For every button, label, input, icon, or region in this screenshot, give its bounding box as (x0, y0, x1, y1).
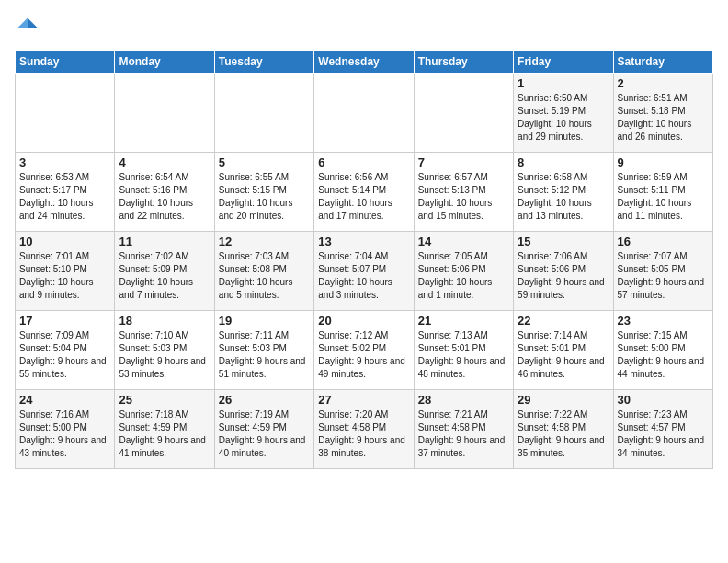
day-number: 8 (518, 155, 609, 169)
day-cell-11: 11Sunrise: 7:02 AM Sunset: 5:09 PM Dayli… (115, 232, 214, 311)
day-cell-16: 16Sunrise: 7:07 AM Sunset: 5:05 PM Dayli… (613, 232, 712, 311)
day-number: 15 (518, 235, 609, 248)
day-info: Sunrise: 7:18 AM Sunset: 4:59 PM Dayligh… (119, 408, 210, 460)
day-info: Sunrise: 6:50 AM Sunset: 5:19 PM Dayligh… (518, 92, 609, 144)
day-cell-18: 18Sunrise: 7:10 AM Sunset: 5:03 PM Dayli… (115, 311, 214, 390)
day-number: 16 (618, 235, 709, 248)
day-cell-1: 1Sunrise: 6:50 AM Sunset: 5:19 PM Daylig… (514, 74, 613, 153)
day-cell-13: 13Sunrise: 7:04 AM Sunset: 5:07 PM Dayli… (314, 232, 414, 311)
day-cell-empty (214, 74, 313, 153)
day-cell-21: 21Sunrise: 7:13 AM Sunset: 5:01 PM Dayli… (414, 311, 513, 390)
day-info: Sunrise: 7:02 AM Sunset: 5:09 PM Dayligh… (119, 250, 210, 302)
weekday-header-row: SundayMondayTuesdayWednesdayThursdayFrid… (16, 51, 713, 74)
day-info: Sunrise: 7:22 AM Sunset: 4:58 PM Dayligh… (518, 408, 609, 460)
day-number: 21 (418, 314, 509, 327)
day-number: 1 (518, 76, 609, 90)
weekday-header-sunday: Sunday (16, 51, 115, 74)
day-number: 14 (418, 235, 509, 248)
day-cell-empty (414, 74, 513, 153)
day-cell-26: 26Sunrise: 7:19 AM Sunset: 4:59 PM Dayli… (214, 390, 313, 469)
day-number: 26 (219, 393, 310, 407)
week-row-0: 1Sunrise: 6:50 AM Sunset: 5:19 PM Daylig… (16, 74, 713, 153)
day-number: 11 (119, 235, 210, 248)
weekday-header-wednesday: Wednesday (314, 51, 414, 74)
day-number: 4 (119, 155, 210, 169)
weekday-header-thursday: Thursday (414, 51, 513, 74)
day-info: Sunrise: 7:19 AM Sunset: 4:59 PM Dayligh… (219, 408, 310, 460)
day-info: Sunrise: 7:01 AM Sunset: 5:10 PM Dayligh… (19, 250, 110, 302)
day-cell-6: 6Sunrise: 6:56 AM Sunset: 5:14 PM Daylig… (314, 153, 414, 232)
day-cell-9: 9Sunrise: 6:59 AM Sunset: 5:11 PM Daylig… (613, 153, 712, 232)
day-info: Sunrise: 7:03 AM Sunset: 5:08 PM Dayligh… (219, 250, 310, 302)
day-number: 24 (19, 393, 110, 407)
day-cell-5: 5Sunrise: 6:55 AM Sunset: 5:15 PM Daylig… (214, 153, 313, 232)
day-cell-empty (16, 74, 115, 153)
day-info: Sunrise: 6:53 AM Sunset: 5:17 PM Dayligh… (19, 171, 110, 223)
day-info: Sunrise: 7:04 AM Sunset: 5:07 PM Dayligh… (318, 250, 409, 302)
day-cell-27: 27Sunrise: 7:20 AM Sunset: 4:58 PM Dayli… (314, 390, 414, 469)
header (15, 15, 713, 40)
day-info: Sunrise: 6:55 AM Sunset: 5:15 PM Dayligh… (219, 171, 310, 223)
day-number: 17 (19, 314, 110, 327)
day-number: 12 (219, 235, 310, 248)
svg-marker-1 (18, 18, 28, 29)
day-info: Sunrise: 6:51 AM Sunset: 5:18 PM Dayligh… (618, 92, 709, 144)
day-cell-25: 25Sunrise: 7:18 AM Sunset: 4:59 PM Dayli… (115, 390, 214, 469)
day-number: 13 (318, 235, 409, 248)
day-cell-17: 17Sunrise: 7:09 AM Sunset: 5:04 PM Dayli… (16, 311, 115, 390)
day-cell-empty (314, 74, 414, 153)
day-info: Sunrise: 7:23 AM Sunset: 4:57 PM Dayligh… (618, 408, 709, 460)
day-info: Sunrise: 7:13 AM Sunset: 5:01 PM Dayligh… (418, 329, 509, 381)
day-number: 20 (318, 314, 409, 327)
day-cell-29: 29Sunrise: 7:22 AM Sunset: 4:58 PM Dayli… (514, 390, 613, 469)
day-info: Sunrise: 7:14 AM Sunset: 5:01 PM Dayligh… (518, 329, 609, 381)
day-number: 2 (618, 76, 709, 90)
day-info: Sunrise: 7:16 AM Sunset: 5:00 PM Dayligh… (19, 408, 110, 460)
weekday-header-tuesday: Tuesday (214, 51, 313, 74)
day-info: Sunrise: 6:56 AM Sunset: 5:14 PM Dayligh… (318, 171, 409, 223)
day-cell-12: 12Sunrise: 7:03 AM Sunset: 5:08 PM Dayli… (214, 232, 313, 311)
day-info: Sunrise: 6:54 AM Sunset: 5:16 PM Dayligh… (119, 171, 210, 223)
day-info: Sunrise: 7:10 AM Sunset: 5:03 PM Dayligh… (119, 329, 210, 381)
day-info: Sunrise: 7:21 AM Sunset: 4:58 PM Dayligh… (418, 408, 509, 460)
day-number: 18 (119, 314, 210, 327)
day-number: 23 (618, 314, 709, 327)
day-number: 27 (318, 393, 409, 407)
svg-marker-0 (28, 18, 38, 29)
day-cell-15: 15Sunrise: 7:06 AM Sunset: 5:06 PM Dayli… (514, 232, 613, 311)
week-row-1: 3Sunrise: 6:53 AM Sunset: 5:17 PM Daylig… (16, 153, 713, 232)
day-info: Sunrise: 6:58 AM Sunset: 5:12 PM Dayligh… (518, 171, 609, 223)
day-info: Sunrise: 7:20 AM Sunset: 4:58 PM Dayligh… (318, 408, 409, 460)
day-number: 25 (119, 393, 210, 407)
week-row-2: 10Sunrise: 7:01 AM Sunset: 5:10 PM Dayli… (16, 232, 713, 311)
day-cell-20: 20Sunrise: 7:12 AM Sunset: 5:02 PM Dayli… (314, 311, 414, 390)
weekday-header-saturday: Saturday (613, 51, 712, 74)
day-number: 3 (19, 155, 110, 169)
day-info: Sunrise: 7:06 AM Sunset: 5:06 PM Dayligh… (518, 250, 609, 302)
day-info: Sunrise: 7:15 AM Sunset: 5:00 PM Dayligh… (618, 329, 709, 381)
week-row-3: 17Sunrise: 7:09 AM Sunset: 5:04 PM Dayli… (16, 311, 713, 390)
day-info: Sunrise: 7:07 AM Sunset: 5:05 PM Dayligh… (618, 250, 709, 302)
day-cell-30: 30Sunrise: 7:23 AM Sunset: 4:57 PM Dayli… (613, 390, 712, 469)
day-number: 9 (618, 155, 709, 169)
day-cell-24: 24Sunrise: 7:16 AM Sunset: 5:00 PM Dayli… (16, 390, 115, 469)
day-cell-28: 28Sunrise: 7:21 AM Sunset: 4:58 PM Dayli… (414, 390, 513, 469)
day-cell-23: 23Sunrise: 7:15 AM Sunset: 5:00 PM Dayli… (613, 311, 712, 390)
day-info: Sunrise: 7:11 AM Sunset: 5:03 PM Dayligh… (219, 329, 310, 381)
week-row-4: 24Sunrise: 7:16 AM Sunset: 5:00 PM Dayli… (16, 390, 713, 469)
day-number: 7 (418, 155, 509, 169)
day-number: 19 (219, 314, 310, 327)
day-number: 30 (618, 393, 709, 407)
day-cell-empty (115, 74, 214, 153)
day-number: 10 (19, 235, 110, 248)
day-number: 29 (518, 393, 609, 407)
weekday-header-friday: Friday (514, 51, 613, 74)
day-info: Sunrise: 7:05 AM Sunset: 5:06 PM Dayligh… (418, 250, 509, 302)
logo (15, 15, 44, 40)
day-cell-10: 10Sunrise: 7:01 AM Sunset: 5:10 PM Dayli… (16, 232, 115, 311)
day-cell-3: 3Sunrise: 6:53 AM Sunset: 5:17 PM Daylig… (16, 153, 115, 232)
day-number: 5 (219, 155, 310, 169)
day-info: Sunrise: 6:57 AM Sunset: 5:13 PM Dayligh… (418, 171, 509, 223)
weekday-header-monday: Monday (115, 51, 214, 74)
calendar-table: SundayMondayTuesdayWednesdayThursdayFrid… (15, 50, 713, 469)
